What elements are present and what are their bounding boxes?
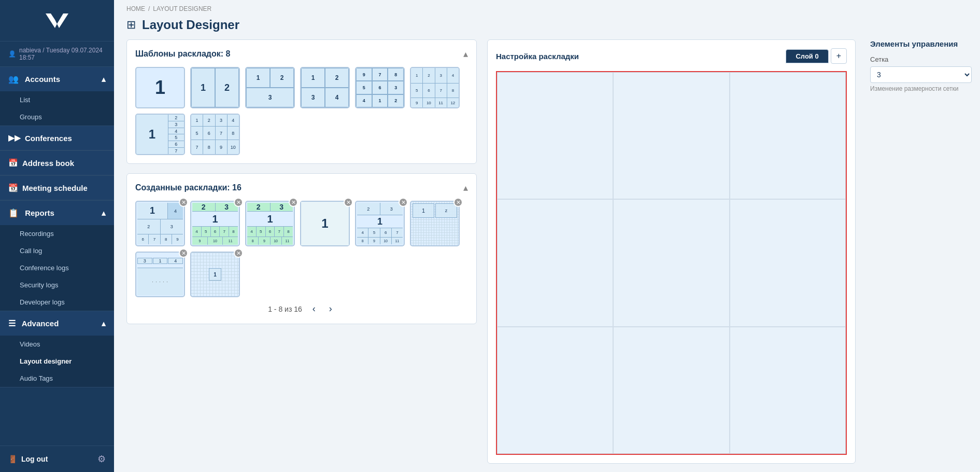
page-title: Layout Designer [142,18,239,32]
template-2-cells[interactable]: 1 2 [190,67,240,108]
r7: 7 [216,127,228,140]
logout-icon: 🚪 [8,455,17,463]
grid-cell-2-1[interactable] [613,327,729,454]
delete-layout-4-btn[interactable]: ✕ [344,198,353,207]
sidebar-conferences-header[interactable]: ▶▶ Conferences [0,126,114,150]
delete-layout-7-btn[interactable]: ✕ [179,248,188,258]
template-1-cell[interactable]: 1 [135,67,185,108]
main: HOME / LAYOUT DESIGNER ⊞ Layout Designer… [114,0,980,472]
sidebar-item-call-log[interactable]: Call log [0,242,114,259]
grid-cell-1-1[interactable] [613,199,729,326]
created-layout-2[interactable]: ✕ 2 3 1 4 5 6 [190,201,240,246]
grid-cell-1-0[interactable] [497,199,613,326]
grid-cell-2-2[interactable] [730,327,846,454]
left-panel: Шаблоны раскладок: 8 1 1 2 [114,39,487,464]
config-title-bar: Настройка раскладки Слой 0 + [496,48,847,64]
accounts-icon: 👥 [8,75,19,84]
r9: 7 [191,140,203,154]
layout-config-area: Настройка раскладки Слой 0 + [487,39,856,464]
delete-layout-5-btn[interactable]: ✕ [399,198,408,207]
created-layout-3[interactable]: ✕ 2 3 1 4 5 6 [245,201,295,246]
accounts-items: List Groups [0,91,114,126]
address-book-icon: 📅 [8,158,18,168]
delete-layout-1-btn[interactable]: ✕ [179,198,188,207]
svg-marker-0 [46,13,68,28]
sidebar-item-groups[interactable]: Groups [0,108,114,126]
delete-layout-3-btn[interactable]: ✕ [289,198,298,207]
grid-size-select[interactable]: 1 2 3 4 5 6 [870,66,972,83]
created-layout-5[interactable]: ✕ 2 3 1 4 5 6 [355,201,405,246]
c4: 4 [356,94,372,107]
grid-cell-2-0[interactable] [497,327,613,454]
gear-icon: ⚙ [97,454,106,464]
grid-cell-0-2[interactable] [730,72,846,199]
c1: 1 [411,68,423,83]
template-featured-center[interactable]: 1 2 3 4 5 6 7 [135,114,185,155]
r4: 4 [228,115,239,126]
sidebar-section-meeting-schedule: 📆 Meeting schedule [0,176,114,201]
templates-collapse-btn[interactable] [463,48,468,60]
breadcrumb: HOME / LAYOUT DESIGNER [114,0,980,15]
grid-cell-0-1[interactable] [613,72,729,199]
address-book-label: Address book [22,159,74,168]
c1: 1 [372,94,388,107]
add-layer-icon: + [836,51,841,60]
sidebar-item-recordings[interactable]: Recordings [0,225,114,242]
delete-layout-6-btn[interactable]: ✕ [453,198,463,207]
template-many-cells[interactable]: 9 7 8 5 6 3 4 1 [355,67,405,108]
template-3-cells[interactable]: 1 2 3 [245,67,295,108]
conferences-label: Conferences [25,134,72,143]
r8: 8 [228,127,239,140]
sidebar-address-book-header[interactable]: 📅 Address book [0,151,114,175]
pagination-next-btn[interactable]: › [326,302,335,315]
conferences-icon: ▶▶ [8,133,21,143]
grid-cell-0-0[interactable] [497,72,613,199]
created-section: Созданные раскладки: 16 ✕ 1 4 [126,173,477,324]
r10: 8 [203,140,215,154]
user-icon: 👤 [8,50,16,58]
settings-button[interactable]: ⚙ [97,453,106,465]
created-collapse-btn[interactable] [463,182,468,193]
sidebar-meeting-schedule-header[interactable]: 📆 Meeting schedule [0,176,114,200]
sidebar-item-layout-designer[interactable]: Layout designer [0,353,114,370]
created-layout-8[interactable]: ✕ 1 [190,252,240,297]
r5: 5 [191,127,203,140]
add-layer-btn[interactable]: + [831,48,847,64]
breadcrumb-home[interactable]: HOME [126,5,145,12]
created-layout-1[interactable]: ✕ 1 4 2 3 6 7 [135,201,185,246]
pagination-prev-btn[interactable]: ‹ [309,302,319,315]
s3: 4 [168,128,184,135]
sidebar-section-accounts-header[interactable]: 👥 Accounts [0,67,114,91]
created-layout-4[interactable]: ✕ 1 [300,201,350,246]
cell-3: 3 [246,88,294,107]
delete-layout-8-btn[interactable]: ✕ [234,248,243,258]
meeting-schedule-icon: 📆 [8,183,18,192]
sidebar-item-videos[interactable]: Videos [0,336,114,353]
r3: 3 [216,115,228,126]
sidebar-item-list[interactable]: List [0,91,114,108]
tpl-top-row: 1 2 3 4 [411,68,459,84]
tpl-rf-container: 1 2 3 4 5 6 7 8 [191,115,239,154]
layer-tab-0[interactable]: Слой 0 [786,49,828,63]
accounts-label: Accounts [25,75,60,84]
sidebar-item-audio-tags[interactable]: Audio Tags [0,370,114,387]
created-layout-6[interactable]: ✕ 1 z [410,201,460,246]
sidebar-reports-header[interactable]: 📋 Reports [0,201,114,225]
sidebar-item-security-logs[interactable]: Security logs [0,276,114,294]
delete-layout-2-btn[interactable]: ✕ [234,198,243,207]
sidebar-advanced-header[interactable]: ☰ Advanced [0,311,114,336]
elements-title: Элементы управления [870,39,972,48]
sidebar-item-conference-logs[interactable]: Conference logs [0,259,114,276]
template-right-featured[interactable]: 1 2 3 4 5 6 7 8 [190,114,240,155]
logo [0,0,114,41]
sidebar-item-developer-logs[interactable]: Developer logs [0,294,114,311]
created-layout-7[interactable]: ✕ 3 1 4 · · · · · [135,252,185,297]
templates-grid: 1 1 2 1 2 [135,67,468,155]
template-4-cells[interactable]: 1 2 3 4 [300,67,350,108]
grid-cell-1-2[interactable] [730,199,846,326]
tpl-rf-mid: 5 6 7 8 [191,127,239,141]
template-featured-large[interactable]: 1 2 3 4 5 6 7 8 [410,67,460,108]
sidebar-section-advanced: ☰ Advanced Videos Layout designer Audio … [0,311,114,387]
logout-button[interactable]: 🚪 Log out [8,455,48,463]
templates-section: Шаблоны раскладок: 8 1 1 2 [126,39,477,164]
